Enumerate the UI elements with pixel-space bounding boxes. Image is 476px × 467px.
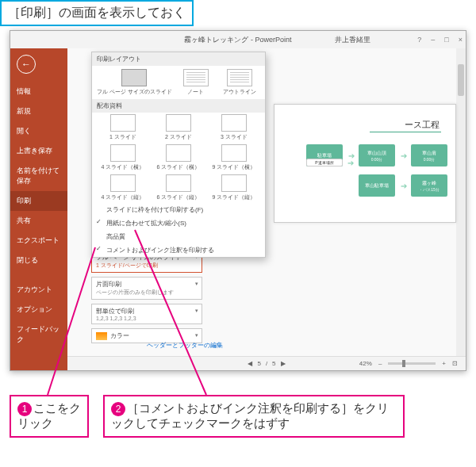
print-pane: 印刷レイアウト フル ページ サイズのスライド ノート アウトライン 配布資料 … <box>67 48 466 370</box>
layout-dropdown: 印刷レイアウト フル ページ サイズのスライド ノート アウトライン 配布資料 … <box>91 52 266 258</box>
edit-header-footer-link[interactable]: ヘッダーとフッターの編集 <box>147 341 223 350</box>
dd-2slide[interactable]: 2 スライド <box>152 114 205 141</box>
sidebar-item-save[interactable]: 上書き保存 <box>10 141 67 161</box>
dd-section-handouts: 配布資料 <box>92 99 265 113</box>
header-note: ［印刷］の画面を表示しておく <box>0 0 194 26</box>
dd-3slide[interactable]: 3 スライド <box>208 114 260 141</box>
dd-4h[interactable]: 4 スライド（横） <box>97 144 149 171</box>
dd-9v[interactable]: 9 スライド（縦） <box>208 174 260 201</box>
dd-scale-to-fit[interactable]: 用紙に合わせて拡大/縮小(S) <box>92 216 265 230</box>
dd-section-layout: 印刷レイアウト <box>92 52 265 66</box>
sidebar-item-new[interactable]: 新規 <box>10 101 67 121</box>
zoom-out-icon[interactable]: – <box>378 360 382 367</box>
flow-box: 駐車場P道車場所 <box>306 144 343 167</box>
window-title: 霧ヶ峰トレッキング - PowerPoint <box>184 35 291 45</box>
sidebar-item-account[interactable]: アカウント <box>10 280 67 300</box>
dd-6h[interactable]: 6 スライド（横） <box>152 144 205 171</box>
dd-high-quality[interactable]: 高品質 <box>92 230 265 243</box>
prev-page-icon[interactable]: ◀ <box>248 360 252 367</box>
sidebar-item-info[interactable]: 情報 <box>10 82 67 101</box>
backstage-sidebar: ← 情報 新規 開く 上書き保存 名前を付けて保存 印刷 共有 エクスポート 閉… <box>10 48 67 370</box>
callout-number: 1 <box>17 402 32 416</box>
back-button[interactable]: ← <box>17 55 36 74</box>
titlebar: 霧ヶ峰トレッキング - PowerPoint 井上香緒里 ? – □ × <box>10 31 466 48</box>
callout-2: 2［コメントおよびインク注釈を印刷する］をクリックしてチェックマークをはずす <box>103 395 405 438</box>
color-swatch-icon <box>96 332 107 340</box>
callout-1: 1ここをクリック <box>10 395 89 438</box>
maximize-icon[interactable]: □ <box>444 36 448 44</box>
help-icon[interactable]: ? <box>417 36 421 44</box>
zoom-in-icon[interactable]: + <box>442 360 446 367</box>
slide-title: ース工程 <box>405 119 440 131</box>
minimize-icon[interactable]: – <box>431 36 435 44</box>
flow-box: 車山山頂0:00分 <box>359 144 395 167</box>
sidebar-item-export[interactable]: エクスポート <box>10 231 67 251</box>
sidebar-item-saveas[interactable]: 名前を付けて保存 <box>10 161 67 191</box>
sidebar-item-close[interactable]: 閉じる <box>10 251 67 270</box>
dd-frame-slides[interactable]: スライドに枠を付けて印刷する(F) <box>92 203 265 216</box>
sidebar-item-feedback[interactable]: フィードバック <box>10 320 67 350</box>
status-bar: ◀ 5 / 5 ▶ 42% – + ⊡ <box>67 356 466 370</box>
scrollbar[interactable] <box>456 48 466 370</box>
print-settings: フル ページ サイズのスライド1 スライド/ページで印刷 片面印刷ページの片面の… <box>91 250 202 347</box>
dd-outline[interactable]: アウトライン <box>219 69 260 96</box>
setting-one-sided[interactable]: 片面印刷ページの片面のみを印刷します <box>91 277 202 300</box>
dd-notes[interactable]: ノート <box>175 69 217 96</box>
sidebar-item-print[interactable]: 印刷 <box>10 191 67 211</box>
page-nav[interactable]: ◀ 5 / 5 ▶ <box>248 360 285 367</box>
user-name: 井上香緒里 <box>335 35 370 45</box>
print-preview: ース工程 駐車場P道車場所 車山山頂0:00分 車山肩0:00分 車山駐車場 霧… <box>274 104 456 223</box>
sidebar-item-open[interactable]: 開く <box>10 121 67 141</box>
setting-collated[interactable]: 部単位で印刷1,2,3 1,2,3 1,2,3 <box>91 304 202 324</box>
zoom-slider[interactable] <box>388 362 436 365</box>
flow-box: 霧ヶ峰・バス15分 <box>411 174 447 197</box>
dd-6v[interactable]: 6 スライド（縦） <box>152 174 205 201</box>
powerpoint-window: 霧ヶ峰トレッキング - PowerPoint 井上香緒里 ? – □ × ← 情… <box>10 30 466 371</box>
sidebar-item-share[interactable]: 共有 <box>10 211 67 231</box>
zoom-value: 42% <box>359 360 372 367</box>
dd-9h[interactable]: 9 スライド（横） <box>208 144 260 171</box>
dd-4v[interactable]: 4 スライド（縦） <box>97 174 149 201</box>
flow-box: 車山肩0:00分 <box>411 144 447 167</box>
callout-number: 2 <box>111 402 125 416</box>
fit-to-window-icon[interactable]: ⊡ <box>452 360 458 367</box>
flow-box: 車山駐車場 <box>359 174 395 197</box>
dd-full-page[interactable]: フル ページ サイズのスライド <box>97 69 172 96</box>
dd-1slide[interactable]: 1 スライド <box>97 114 149 141</box>
dd-print-comments[interactable]: コメントおよびインク注釈を印刷する <box>92 243 265 257</box>
next-page-icon[interactable]: ▶ <box>281 360 286 367</box>
sidebar-item-options[interactable]: オプション <box>10 300 67 320</box>
close-icon[interactable]: × <box>459 36 463 44</box>
